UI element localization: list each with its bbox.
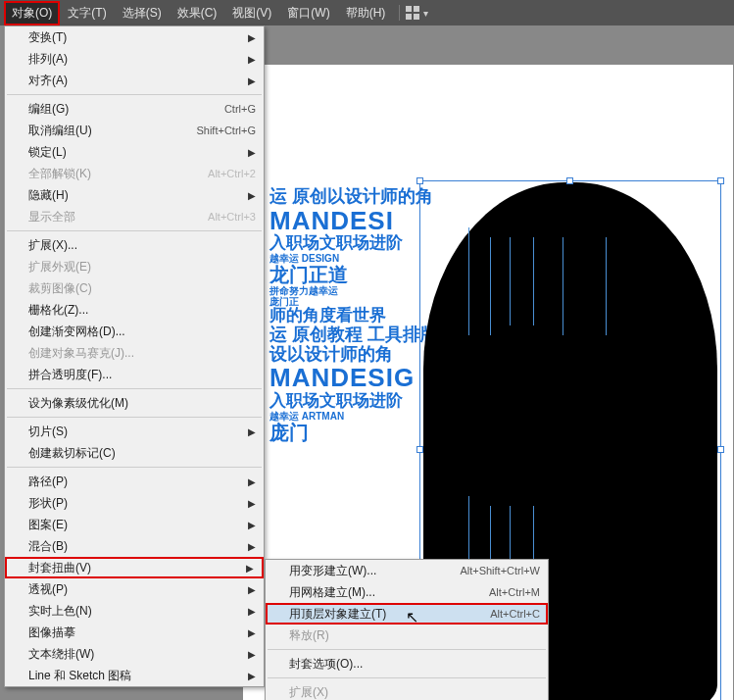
menu-label: 设为像素级优化(M): [28, 395, 256, 412]
chevron-right-icon: ▶: [248, 75, 256, 86]
menu-separator: [7, 230, 262, 231]
handle-tl[interactable]: [416, 177, 423, 184]
object-menu-item[interactable]: 混合(B)▶: [5, 535, 264, 557]
menu-help[interactable]: 帮助(H): [338, 1, 394, 25]
object-menu-item: 显示全部Alt+Ctrl+3: [5, 206, 264, 227]
menu-shortcut: Alt+Ctrl+C: [490, 608, 540, 620]
object-menu-dropdown: 变换(T)▶排列(A)▶对齐(A)▶编组(G)Ctrl+G取消编组(U)Shif…: [4, 25, 265, 687]
envelope-menu-item[interactable]: 用变形建立(W)...Alt+Shift+Ctrl+W: [266, 560, 548, 581]
object-menu-item[interactable]: 创建裁切标记(C): [5, 442, 264, 464]
menu-shortcut: Shift+Ctrl+G: [196, 125, 256, 136]
object-menu-item[interactable]: 切片(S)▶: [5, 421, 264, 442]
object-menu-item[interactable]: 封套扭曲(V)▶: [5, 557, 264, 578]
menu-label: 全部解锁(K): [28, 166, 188, 182]
menu-label: 对齐(A): [28, 73, 256, 89]
menu-select[interactable]: 选择(S): [115, 1, 170, 25]
guide-line: [606, 237, 607, 335]
object-menu-item[interactable]: 变换(T)▶: [5, 26, 264, 48]
object-menu-item[interactable]: 路径(P)▶: [5, 471, 264, 492]
menu-label: 创建对象马赛克(J)...: [28, 345, 256, 362]
menu-label: 图案(E): [28, 517, 256, 533]
menu-label: 释放(R): [289, 627, 540, 644]
chevron-right-icon: ▶: [248, 32, 256, 43]
separator: [399, 5, 400, 21]
object-menu-item[interactable]: 透视(P)▶: [5, 578, 264, 600]
menu-label: 透视(P): [28, 581, 256, 598]
guide-line: [510, 237, 511, 325]
chevron-right-icon: ▶: [248, 606, 256, 617]
menu-label: 显示全部: [28, 209, 188, 225]
chevron-right-icon: ▶: [248, 627, 256, 638]
chevron-down-icon[interactable]: ▾: [423, 8, 428, 19]
handle-tr[interactable]: [717, 177, 724, 184]
envelope-menu-item[interactable]: 用网格建立(M)...Alt+Ctrl+M: [266, 581, 548, 603]
handle-mr[interactable]: [717, 446, 724, 453]
menu-shortcut: Alt+Shift+Ctrl+W: [460, 565, 540, 576]
chevron-right-icon: ▶: [248, 54, 256, 65]
object-menu-item[interactable]: 隐藏(H)▶: [5, 184, 264, 206]
object-menu-item: 裁剪图像(C): [5, 277, 264, 299]
object-menu-item[interactable]: 拼合透明度(F)...: [5, 364, 264, 385]
menu-label: 变换(T): [28, 29, 256, 46]
object-menu-item[interactable]: 排列(A)▶: [5, 48, 264, 70]
object-menu-item[interactable]: 形状(P)▶: [5, 492, 264, 514]
object-menu-item[interactable]: 图像描摹▶: [5, 622, 264, 643]
object-menu-item[interactable]: 扩展(X)...: [5, 234, 264, 256]
menu-separator: [7, 94, 262, 95]
chevron-right-icon: ▶: [248, 671, 256, 681]
guide-line: [563, 237, 563, 335]
object-menu-item[interactable]: 锁定(L)▶: [5, 141, 264, 163]
menu-shortcut: Alt+Ctrl+2: [208, 168, 256, 179]
envelope-menu-item[interactable]: 封套选项(O)...: [266, 653, 548, 675]
object-menu-item: 全部解锁(K)Alt+Ctrl+2: [5, 163, 264, 184]
menu-label: 用网格建立(M)...: [289, 584, 469, 601]
menu-label: 拼合透明度(F)...: [28, 367, 256, 383]
object-menu-item[interactable]: 图案(E)▶: [5, 514, 264, 535]
chevron-right-icon: ▶: [248, 498, 256, 509]
menu-shortcut: Alt+Ctrl+3: [208, 211, 256, 223]
envelope-distort-submenu: 用变形建立(W)...Alt+Shift+Ctrl+W用网格建立(M)...Al…: [265, 559, 549, 700]
handle-ml[interactable]: [416, 446, 423, 453]
envelope-menu-item[interactable]: 用顶层对象建立(T)Alt+Ctrl+C: [266, 603, 548, 625]
object-menu-item: 扩展外观(E): [5, 256, 264, 277]
object-menu-item[interactable]: 栅格化(Z)...: [5, 299, 264, 321]
menu-label: 取消编组(U): [28, 123, 176, 139]
handle-tm[interactable]: [566, 177, 573, 184]
object-menu-item[interactable]: 文本绕排(W)▶: [5, 643, 264, 665]
menu-label: 编组(G): [28, 101, 205, 118]
guide-line: [468, 227, 469, 335]
chevron-right-icon: ▶: [248, 649, 256, 660]
menu-label: 用顶层对象建立(T): [289, 606, 470, 623]
object-menu-item[interactable]: 创建渐变网格(D)...: [5, 321, 264, 342]
object-menu-item[interactable]: 编组(G)Ctrl+G: [5, 98, 264, 120]
menu-label: 实时上色(N): [28, 603, 256, 620]
menu-label: 混合(B): [28, 538, 256, 555]
menu-label: 切片(S): [28, 424, 256, 440]
object-menu-item[interactable]: 设为像素级优化(M): [5, 392, 264, 414]
menu-view[interactable]: 视图(V): [224, 1, 279, 25]
menubar: 对象(O) 文字(T) 选择(S) 效果(C) 视图(V) 窗口(W) 帮助(H…: [0, 0, 734, 25]
menu-effect[interactable]: 效果(C): [170, 1, 225, 25]
menu-label: 锁定(L): [28, 144, 256, 161]
menu-label: 创建渐变网格(D)...: [28, 324, 256, 340]
object-menu-item[interactable]: 实时上色(N)▶: [5, 600, 264, 622]
object-menu-item[interactable]: 对齐(A)▶: [5, 70, 264, 91]
chevron-right-icon: ▶: [248, 426, 256, 437]
guide-line: [490, 237, 491, 335]
object-menu-item[interactable]: Line 和 Sketch 图稿▶: [5, 665, 264, 686]
object-menu-item[interactable]: 取消编组(U)Shift+Ctrl+G: [5, 120, 264, 141]
menu-label: 封套扭曲(V): [28, 560, 256, 576]
menu-label: 裁剪图像(C): [28, 280, 256, 297]
menu-object[interactable]: 对象(O): [4, 1, 60, 25]
menu-label: 用变形建立(W)...: [289, 563, 440, 579]
menu-label: 路径(P): [28, 474, 256, 490]
chevron-right-icon: ▶: [248, 584, 256, 595]
menu-separator: [7, 388, 262, 389]
chevron-right-icon: ▶: [248, 476, 256, 487]
workspace-icon[interactable]: [406, 6, 419, 20]
menu-type[interactable]: 文字(T): [60, 1, 114, 25]
menu-label: 扩展(X)...: [28, 237, 256, 254]
menu-window[interactable]: 窗口(W): [279, 1, 337, 25]
guide-line: [533, 237, 534, 325]
menu-label: 创建裁切标记(C): [28, 445, 256, 462]
